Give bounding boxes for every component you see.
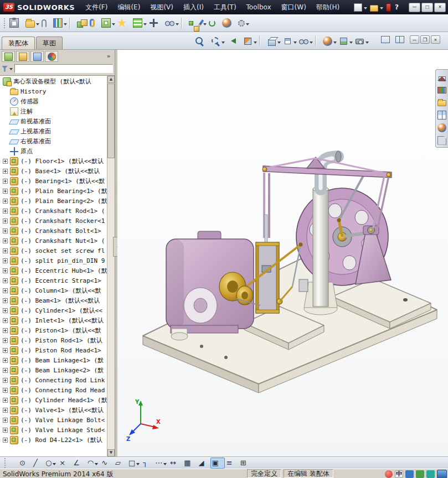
tree-item[interactable]: (-) socket set screw fl (0, 246, 107, 256)
pane-layout-icon[interactable] (395, 36, 404, 43)
tree-item[interactable]: (-) Piston Rod Head<1> (0, 345, 107, 355)
tree-item[interactable]: 原点 (0, 146, 107, 156)
rectangle-icon[interactable]: □ (127, 458, 141, 469)
tree-item[interactable]: (-) Cylinder<1> (默认<< (0, 305, 107, 315)
menu-item[interactable]: 帮助(H) (311, 0, 344, 14)
tree-item[interactable]: (-) Crankshaft Rocker<1 (0, 216, 107, 226)
trim-entities-icon[interactable]: × (58, 458, 71, 469)
expander-icon[interactable] (3, 298, 8, 303)
show-hidden-components-icon[interactable] (164, 16, 180, 30)
sketch-edit-icon[interactable]: ▱ (114, 458, 127, 469)
tree-item[interactable]: 注解 (0, 106, 107, 116)
tree-item[interactable]: (-) Piston Rod<1> (默认 (0, 335, 107, 345)
component-columns-icon[interactable] (52, 16, 68, 30)
tree-root-item[interactable]: 离心泵设备模型 (默认<默认 (0, 76, 107, 86)
filter-input[interactable] (14, 64, 113, 73)
options-gear-icon[interactable] (237, 16, 250, 30)
featuremanager-tree-tab-icon[interactable] (2, 51, 15, 62)
tray-icon-blue[interactable] (405, 470, 414, 478)
tree-item[interactable]: (-) Plain Bearing<1> (默 (0, 186, 107, 196)
toolbar-grip[interactable] (4, 458, 7, 468)
expander-icon[interactable] (3, 278, 8, 283)
smart-dimension-icon[interactable]: ↔ (168, 458, 182, 469)
separator[interactable] (68, 16, 76, 30)
tree-item[interactable]: (-) Crankshaft Bolt<1> (0, 226, 107, 236)
menu-item[interactable]: 视图(V) (145, 0, 178, 14)
tree-item[interactable]: (-) Beam<1> (默认<<默认 (0, 295, 107, 305)
configurationmanager-tab-icon[interactable] (30, 51, 44, 62)
displaymanager-tab-icon[interactable] (45, 51, 58, 62)
close-document-button[interactable]: × (431, 35, 440, 44)
assembly-model[interactable] (117, 50, 448, 456)
expander-icon[interactable] (3, 418, 8, 423)
table-icon[interactable]: ⊞ (239, 458, 253, 469)
toolbar-grip[interactable] (4, 18, 6, 28)
tree-item[interactable]: (-) Floor<1> (默认<<默认 (0, 156, 107, 166)
view-settings-icon[interactable] (354, 34, 370, 48)
maximize-button[interactable]: □ (421, 3, 433, 12)
tree-item[interactable]: (-) Eccentric Hub<1> (默 (0, 266, 107, 276)
resources-home-icon[interactable] (437, 71, 447, 82)
tree-item[interactable]: (-) Plain Bearing<2> (默 (0, 196, 107, 206)
chevron-down-icon[interactable] (9, 68, 13, 72)
rebuild-icon[interactable] (208, 16, 221, 30)
overflow-chevron-icon[interactable] (104, 51, 113, 61)
expander-icon[interactable] (3, 219, 8, 224)
mate-icon[interactable] (89, 16, 100, 30)
expander-icon[interactable] (3, 248, 8, 253)
expander-icon[interactable] (3, 388, 8, 393)
expander-icon[interactable] (3, 258, 8, 263)
expander-icon[interactable] (3, 358, 8, 363)
tree-item[interactable]: (-) Valve Linkage Stud< (0, 425, 107, 435)
sketch-icon[interactable] (199, 16, 208, 30)
open-document-icon[interactable] (370, 5, 378, 12)
tree-item[interactable]: 右视基准面 (0, 136, 107, 146)
expander-icon[interactable] (3, 228, 8, 233)
expander-icon[interactable] (3, 308, 8, 313)
expander-icon[interactable] (3, 189, 8, 194)
move-component-icon[interactable] (148, 16, 164, 30)
commandmanager-tab[interactable]: 装配体 (2, 37, 35, 49)
linear-component-pattern-icon[interactable] (132, 16, 148, 30)
expander-icon[interactable] (3, 338, 8, 343)
show-desktop-icon[interactable] (437, 470, 447, 478)
menu-item[interactable]: 工具(T) (209, 0, 241, 14)
view-orientation-icon[interactable] (266, 34, 282, 48)
expander-icon[interactable] (3, 428, 8, 433)
design-library-icon[interactable] (437, 84, 447, 95)
restore-document-button[interactable]: ❐ (420, 35, 430, 44)
filter-funnel-icon[interactable] (2, 66, 8, 72)
commandmanager-tab[interactable]: 草图 (36, 37, 63, 49)
grid-snap-icon[interactable]: ≡ (225, 458, 239, 469)
tree-item[interactable]: (-) Bearing<1> (默认<<默 (0, 176, 107, 186)
expander-icon[interactable] (3, 159, 8, 164)
hide-show-items-icon[interactable] (298, 34, 314, 48)
view-palette-icon[interactable] (437, 110, 447, 120)
separator[interactable] (258, 34, 266, 48)
expander-icon[interactable] (3, 378, 8, 383)
section-view-icon[interactable] (242, 34, 258, 48)
chevron-down-icon[interactable] (364, 7, 367, 11)
custom-properties-icon[interactable] (437, 135, 447, 146)
tree-scrollbar[interactable] (107, 76, 115, 456)
scroll-down-arrow[interactable] (107, 449, 115, 456)
paste-icon[interactable] (8, 16, 24, 30)
sketch-point-icon[interactable]: ⊙ (18, 458, 32, 469)
circle-icon[interactable]: ○ (44, 458, 58, 469)
tree-item[interactable]: (-) Rod D4-L22<1> (默认 (0, 435, 107, 445)
open-document-icon[interactable] (24, 16, 40, 30)
file-explorer-icon[interactable] (437, 97, 447, 107)
chevron-down-icon[interactable] (380, 7, 383, 11)
propertymanager-tab-icon[interactable] (16, 51, 29, 62)
spline-icon[interactable]: ∿ (100, 458, 114, 469)
tree-item[interactable]: (-) Piston<1> (默认<<默 (0, 325, 107, 335)
expander-icon[interactable] (3, 209, 8, 214)
expander-icon[interactable] (3, 318, 8, 323)
edit-appearance-icon[interactable] (322, 34, 338, 48)
expander-icon[interactable] (3, 438, 8, 443)
apply-scene-icon[interactable] (338, 34, 354, 48)
expander-icon[interactable] (3, 169, 8, 174)
expander-icon[interactable] (3, 328, 8, 333)
smart-fasteners-icon[interactable] (116, 16, 132, 30)
scrollbar-thumb[interactable] (107, 84, 115, 158)
